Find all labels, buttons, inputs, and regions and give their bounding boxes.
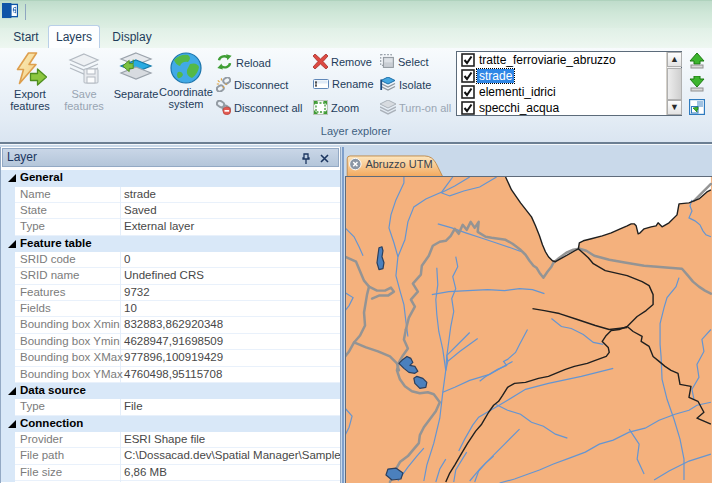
svg-text:Abruzzo UTM: Abruzzo UTM [365,158,432,170]
